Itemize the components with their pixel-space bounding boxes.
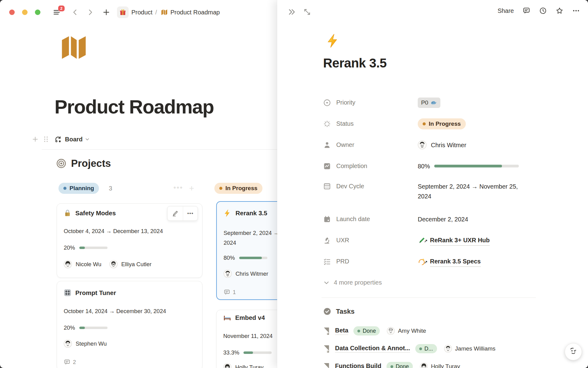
chevron-down-icon[interactable] bbox=[85, 136, 90, 142]
task-person: Holly Turay bbox=[420, 362, 460, 368]
favorite-button[interactable] bbox=[556, 7, 564, 15]
property-owner[interactable]: Owner Chris Witmer bbox=[323, 134, 571, 155]
priority-icon bbox=[323, 99, 331, 107]
task-row-data-collection[interactable]: Data Collection & Annot... D... James Wi… bbox=[323, 340, 574, 358]
column-more-button[interactable]: ••• bbox=[173, 183, 183, 193]
view-selector[interactable]: Board bbox=[65, 136, 83, 143]
card-hover-toolbar: ••• bbox=[167, 206, 198, 221]
open-full-page-button[interactable] bbox=[303, 8, 311, 16]
page-icon-map[interactable] bbox=[57, 33, 89, 63]
person-name: Holly Turay bbox=[235, 364, 264, 368]
notification-badge: 2 bbox=[58, 6, 65, 11]
tasks-header: Tasks bbox=[323, 307, 355, 316]
zoom-window-button[interactable] bbox=[35, 10, 40, 15]
card-prompt-tuner[interactable]: Prompt Tuner October 14, 2024 → December… bbox=[57, 281, 202, 368]
page-icon bbox=[323, 362, 330, 368]
property-uxr[interactable]: UXR ↗ ReRank 3+ UXR Hub bbox=[323, 230, 571, 251]
plus-icon bbox=[102, 8, 110, 16]
person-name: Chris Witmer bbox=[236, 270, 268, 277]
avatar bbox=[224, 270, 232, 278]
avatar bbox=[387, 327, 395, 335]
breadcrumb-page[interactable]: Product Roadmap bbox=[171, 9, 220, 16]
more-options-button[interactable] bbox=[572, 7, 580, 15]
task-row-functions-build[interactable]: Functions Build Done Holly Turay bbox=[323, 358, 574, 368]
task-row-beta[interactable]: Beta Done Amy White bbox=[323, 322, 574, 340]
progress-bar bbox=[243, 351, 272, 354]
tasks-title: Tasks bbox=[336, 308, 355, 316]
updates-button[interactable] bbox=[539, 7, 547, 15]
forward-button[interactable] bbox=[86, 8, 94, 16]
more-properties-button[interactable]: 4 more properties bbox=[323, 272, 571, 293]
property-dev-cycle[interactable]: Dev Cycle September 2, 2024 → November 2… bbox=[323, 177, 571, 209]
person-name: James Williams bbox=[455, 345, 496, 352]
done-dot-icon bbox=[357, 330, 360, 332]
share-button[interactable]: Share bbox=[498, 7, 514, 14]
progress-bar bbox=[239, 257, 267, 259]
property-prd[interactable]: PRD ↗ Rerank 3.5 Specs bbox=[323, 251, 571, 272]
task-title[interactable]: Data Collection & Annot... bbox=[335, 345, 410, 353]
completion-percent: 80% bbox=[418, 161, 430, 171]
double-chevron-right-icon bbox=[287, 7, 296, 17]
launch-date-value: December 2, 2024 bbox=[418, 214, 468, 224]
priority-value-pill[interactable]: P0 bbox=[418, 98, 440, 108]
titlebar: 2 Product / Product Roadmap bbox=[0, 0, 277, 25]
card-title[interactable]: Embed v4 bbox=[235, 314, 265, 321]
column-add-button[interactable]: + bbox=[189, 183, 194, 193]
card-date-range: October 14, 2024 → December 30, 2024 bbox=[64, 308, 195, 315]
status-value-pill[interactable]: In Progress bbox=[418, 118, 466, 129]
prd-link[interactable]: Rerank 3.5 Specs bbox=[430, 256, 481, 267]
card-safety-modes[interactable]: Safety Modes ••• October 4, 2024 → Decem… bbox=[57, 203, 202, 278]
task-title[interactable]: Beta bbox=[335, 327, 348, 335]
view-toolbar: Board bbox=[32, 134, 90, 144]
person-name: Nicole Wu bbox=[76, 261, 101, 268]
card-title[interactable]: Safety Modes bbox=[75, 209, 116, 217]
property-launch-date[interactable]: Launch date December 2, 2024 bbox=[323, 209, 571, 230]
comment-icon bbox=[522, 7, 530, 15]
comment-icon bbox=[224, 289, 230, 296]
breadcrumb-product[interactable]: Product bbox=[131, 9, 153, 16]
view-divider bbox=[42, 149, 277, 150]
card-title[interactable]: Prompt Tuner bbox=[75, 289, 116, 297]
plus-icon bbox=[32, 136, 39, 143]
close-peek-button[interactable] bbox=[287, 7, 296, 17]
back-button[interactable] bbox=[71, 8, 79, 16]
prd-page-icon: ↗ bbox=[418, 258, 426, 266]
planning-tag[interactable]: Planning bbox=[58, 183, 99, 194]
status-dot-icon bbox=[423, 122, 426, 125]
drag-handle[interactable] bbox=[43, 136, 49, 143]
side-peek-panel: Share bbox=[277, 0, 588, 368]
new-page-button[interactable] bbox=[102, 8, 110, 16]
property-priority[interactable]: Priority P0 bbox=[323, 92, 571, 113]
map-icon bbox=[160, 9, 168, 16]
calendar-filled-icon bbox=[323, 215, 331, 223]
task-title[interactable]: Functions Build bbox=[335, 362, 381, 368]
app-window: 2 Product / Product Roadmap Product bbox=[0, 0, 588, 368]
notion-ai-button[interactable] bbox=[565, 343, 582, 360]
peek-page-icon[interactable] bbox=[326, 33, 341, 48]
column-count: 3 bbox=[109, 185, 112, 192]
property-status[interactable]: Status In Progress bbox=[323, 113, 571, 134]
property-completion[interactable]: Completion 80% bbox=[323, 155, 571, 177]
card-more-button[interactable]: ••• bbox=[183, 206, 198, 220]
ai-face-icon bbox=[568, 347, 578, 357]
avatar bbox=[223, 363, 232, 368]
add-view-button[interactable] bbox=[32, 136, 39, 143]
in-progress-tag[interactable]: In Progress bbox=[214, 183, 262, 194]
task-status-pill[interactable]: D... bbox=[415, 344, 437, 353]
knobs-icon bbox=[64, 289, 71, 297]
person-name: Stephen Wu bbox=[76, 340, 107, 347]
task-status-pill[interactable]: Done bbox=[353, 326, 380, 335]
section-title: Projects bbox=[71, 158, 111, 169]
task-status-pill[interactable]: Done bbox=[386, 362, 413, 368]
uxr-link[interactable]: ReRank 3+ UXR Hub bbox=[430, 235, 490, 246]
card-edit-button[interactable] bbox=[168, 206, 183, 220]
card-title[interactable]: Rerank 3.5 bbox=[236, 209, 267, 217]
arrow-right-icon bbox=[86, 8, 94, 16]
ellipsis-icon bbox=[572, 7, 580, 15]
comments-button[interactable] bbox=[522, 7, 530, 15]
sidebar-toggle-button[interactable]: 2 bbox=[53, 8, 61, 16]
minimize-window-button[interactable] bbox=[22, 10, 28, 15]
breadcrumb-product-icon-chip[interactable] bbox=[117, 6, 129, 18]
target-icon bbox=[56, 158, 66, 169]
close-window-button[interactable] bbox=[9, 10, 15, 15]
